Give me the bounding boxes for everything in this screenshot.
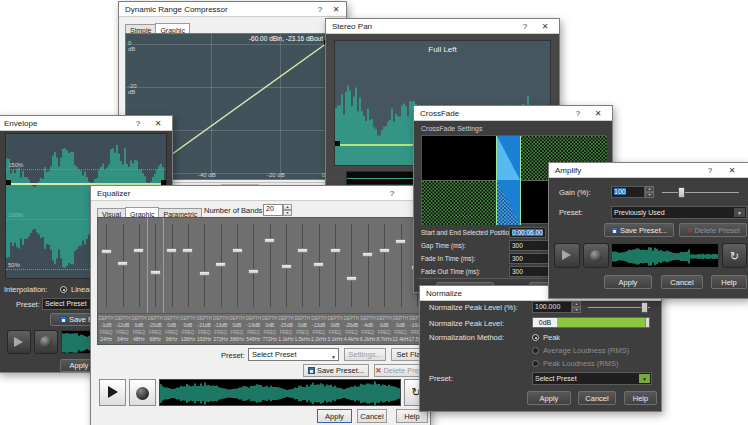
eq-band-slider[interactable] [248, 269, 259, 274]
cf-field-input[interactable]: 300 [509, 253, 552, 264]
amp-delete-preset-button[interactable]: ✕Delete Preset [679, 223, 747, 237]
eq-bands-spinner[interactable]: ▲▼ [283, 204, 292, 216]
cf-help-button[interactable]: ? [570, 106, 586, 121]
norm-preset-arrow[interactable]: ▼ [639, 374, 650, 383]
amp-close-button[interactable]: ✕ [724, 163, 740, 178]
eq-band-readout: DEPTH0dBFREQ1.5kHz [294, 314, 310, 344]
eq-bands-label: Number of Bands: [204, 206, 264, 215]
eq-preset-label: Preset: [221, 351, 245, 360]
amp-apply-button[interactable]: Apply [604, 275, 652, 289]
radio-label: Peak Loudness (RMS) [543, 359, 618, 368]
norm-peak-pct-field[interactable]: 100.000 [532, 301, 572, 313]
eq-titlebar[interactable]: Equalizer ? ✕ [91, 186, 430, 201]
eq-band-slider[interactable] [362, 252, 373, 257]
eq-band-slider[interactable] [281, 264, 292, 269]
drc-close-button[interactable]: ✕ [328, 2, 344, 17]
eq-loopthru-button[interactable] [129, 379, 156, 406]
eq-bands-count[interactable]: 20 [263, 204, 283, 216]
amp-preview-waveform[interactable] [611, 243, 719, 268]
amp-loopthru-button[interactable] [583, 243, 609, 268]
eq-band-slider[interactable] [395, 239, 406, 244]
norm-peak-slider-handle[interactable] [641, 302, 648, 313]
play-icon [562, 250, 571, 260]
cf-field-input[interactable]: 300 [509, 240, 552, 251]
sphere-icon [40, 336, 52, 348]
amp-play-button[interactable] [554, 243, 580, 268]
eq-band-slider[interactable] [313, 262, 324, 267]
env-handle-left[interactable] [6, 180, 11, 185]
amp-repeat-button[interactable]: ↻ [722, 243, 747, 268]
cf-title: CrossFade [420, 109, 459, 118]
eq-play-button[interactable] [99, 379, 126, 406]
amp-help-button-bottom[interactable]: Help [711, 275, 747, 289]
amp-gain-field[interactable]: 100 [611, 186, 645, 198]
eq-band-slider[interactable] [264, 238, 275, 243]
cf-close-button[interactable]: ✕ [590, 106, 606, 121]
amp-gain-slider-track[interactable] [662, 192, 739, 193]
amp-gain-spinner[interactable]: ▲▼ [645, 186, 654, 198]
eq-band-slider[interactable] [330, 248, 341, 253]
radio-linear[interactable] [60, 286, 67, 293]
pan-close-button[interactable]: ✕ [537, 19, 553, 34]
cf-field-label: Fade Out Time (ms): [421, 268, 481, 275]
delete-icon: ✕ [375, 366, 381, 375]
norm-peak-level-bar[interactable]: 0dB [532, 317, 650, 328]
eq-settings-button[interactable]: Settings... [344, 348, 386, 361]
env-play-button[interactable] [7, 330, 31, 354]
amp-preset-arrow[interactable]: ▼ [734, 208, 745, 217]
eq-band-slider[interactable] [346, 276, 357, 281]
amp-preset-select[interactable]: Previously Used ▼ [611, 206, 747, 219]
amp-titlebar[interactable]: Amplify ? ✕ [549, 163, 748, 178]
norm-preset-select[interactable]: Select Preset ▼ [532, 372, 652, 385]
eq-band-slider[interactable] [182, 248, 193, 253]
norm-bar-handle[interactable] [645, 318, 649, 327]
eq-preview-waveform[interactable] [159, 379, 401, 406]
amp-save-preset-button[interactable]: Save Preset... [604, 223, 674, 237]
cf-field-input[interactable]: 0:00:06.00 [509, 227, 546, 238]
eq-band-track [155, 224, 156, 307]
eq-save-preset-button[interactable]: Save Preset... [303, 364, 369, 377]
cf-field-input[interactable]: 300 [509, 266, 552, 277]
eq-band-slider[interactable] [297, 248, 308, 253]
pan-titlebar[interactable]: Stereo Pan ? ✕ [326, 19, 559, 34]
norm-cancel-button[interactable]: Cancel [578, 391, 616, 405]
norm-apply-button[interactable]: Apply [527, 391, 571, 405]
play-icon [14, 337, 23, 347]
env-titlebar[interactable]: Envelope ? ✕ [0, 116, 172, 131]
pan-help-button[interactable]: ? [517, 19, 533, 34]
eq-apply-button[interactable]: Apply [317, 409, 352, 423]
eq-cancel-button[interactable]: Cancel [357, 409, 387, 423]
amp-help-button[interactable]: ? [702, 163, 718, 178]
eq-band-slider[interactable] [199, 271, 210, 276]
pan-line-handle[interactable] [335, 141, 340, 146]
window-amplify: Amplify ? ✕ Gain (%): 100 ▲▼ Preset: Pre… [548, 162, 748, 299]
eq-preset-arrow[interactable]: ▼ [331, 352, 336, 363]
eq-band-slider[interactable] [215, 262, 226, 267]
eq-band-slider[interactable] [166, 248, 177, 253]
radio-peak[interactable] [532, 334, 539, 341]
radio-average-loudness-rms-[interactable] [532, 347, 539, 354]
env-title: Envelope [4, 119, 37, 128]
env-loop-button[interactable] [34, 330, 58, 354]
window-equalizer: Equalizer ? ✕ VisualGraphicParametric Nu… [90, 185, 431, 425]
norm-peak-pct-spinner[interactable]: ▲▼ [572, 301, 581, 313]
radio-peak-loudness-rms-[interactable] [532, 360, 539, 367]
eq-band-slider[interactable] [379, 248, 390, 253]
eq-preset-select[interactable]: Select Preset ▼ [248, 348, 339, 361]
eq-band-slider[interactable] [150, 270, 161, 275]
drc-help-button[interactable]: ? [312, 2, 328, 17]
norm-peak-slider-track[interactable] [588, 307, 650, 308]
cf-titlebar[interactable]: CrossFade ? ✕ [414, 106, 612, 121]
eq-band-slider[interactable] [133, 248, 144, 253]
eq-band-slider[interactable] [101, 249, 112, 254]
amp-cancel-button[interactable]: Cancel [661, 275, 703, 289]
env-help-button[interactable]: ? [130, 116, 146, 131]
drc-titlebar[interactable]: Dynamic Range Compressor ? ✕ [119, 2, 346, 17]
eq-help-button[interactable]: ? [384, 186, 400, 201]
eq-band-slider[interactable] [117, 261, 128, 266]
eq-band-slider[interactable] [232, 248, 243, 253]
norm-help-button[interactable]: Help [624, 391, 657, 405]
amp-gain-slider-handle[interactable] [678, 187, 685, 198]
env-close-button[interactable]: ✕ [150, 116, 166, 131]
eq-band-readout: DEPTH0dBFREQ136Hz [180, 314, 196, 344]
